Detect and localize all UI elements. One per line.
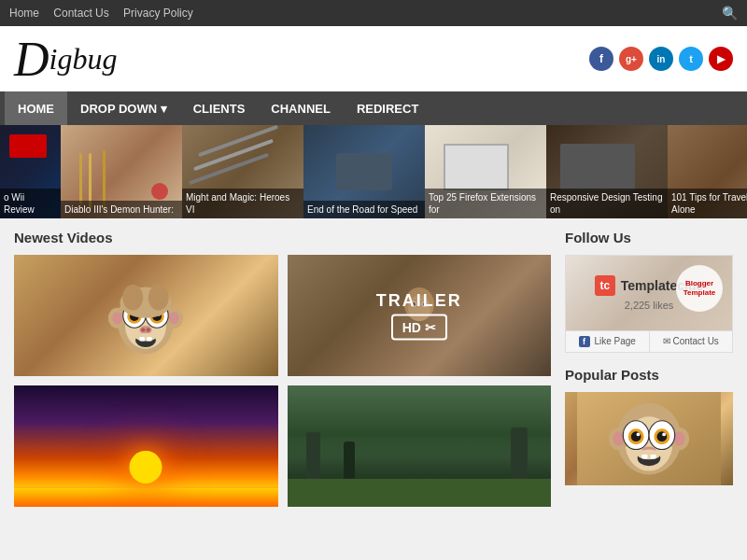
svg-point-15 xyxy=(141,328,145,331)
twitter-icon[interactable]: t xyxy=(679,47,703,71)
slide-item[interactable]: Top 25 Firefox Extensions for xyxy=(425,125,546,218)
newest-videos-title: Newest Videos xyxy=(14,230,551,245)
topbar: Home Contact Us Privacy Policy 🔍 xyxy=(0,0,747,26)
svg-point-16 xyxy=(147,328,150,331)
follow-us-title: Follow Us xyxy=(565,230,733,245)
video-thumb-3[interactable] xyxy=(14,385,278,507)
slide-item[interactable]: 101 Tips for Travelling Alone xyxy=(668,125,747,218)
search-icon[interactable]: 🔍 xyxy=(722,6,738,21)
slide-item[interactable]: o Wii Review xyxy=(0,125,61,218)
slide-item[interactable]: Diablo III's Demon Hunter: xyxy=(61,125,182,218)
logo-text: igbug xyxy=(49,42,118,77)
facebook-icon[interactable]: f xyxy=(589,47,613,71)
video-grid: TRAILER HD ✂ xyxy=(14,255,551,507)
svg-point-22 xyxy=(123,285,144,311)
svg-rect-19 xyxy=(140,337,146,341)
google-plus-icon[interactable]: g+ xyxy=(619,47,643,71)
slide-item[interactable]: Responsive Design Testing on xyxy=(546,125,668,218)
topbar-links: Home Contact Us Privacy Policy xyxy=(9,7,204,20)
trailer-hd-badge: HD ✂ xyxy=(391,315,447,341)
svg-rect-20 xyxy=(147,337,152,341)
nav-clients[interactable]: CLIENTS xyxy=(180,91,259,125)
svg-point-23 xyxy=(148,285,169,311)
topbar-privacy-link[interactable]: Privacy Policy xyxy=(123,7,193,20)
tc-logo-icon: tc xyxy=(595,275,615,296)
main-content: Newest Videos xyxy=(0,218,747,518)
sidebar: Follow Us tc Templateclue 2,225 likes Bl… xyxy=(565,230,733,507)
slide-label: Responsive Design Testing on xyxy=(546,189,668,218)
topbar-home-link[interactable]: Home xyxy=(9,7,39,20)
popular-post-thumb[interactable] xyxy=(565,392,733,485)
follow-us-box: tc Templateclue 2,225 likes BloggerTempl… xyxy=(565,255,733,353)
like-page-button[interactable]: f Like Page xyxy=(566,331,650,352)
video-thumb-1[interactable] xyxy=(14,255,278,376)
svg-point-49 xyxy=(638,450,661,460)
nav-redirect[interactable]: REDIRECT xyxy=(344,91,431,125)
trailer-badge: TRAILER HD ✂ xyxy=(376,291,462,341)
svg-rect-50 xyxy=(641,455,647,459)
slide-label: Top 25 Firefox Extensions for xyxy=(425,189,546,218)
youtube-icon[interactable]: ▶ xyxy=(709,47,733,71)
follow-us-inner: tc Templateclue 2,225 likes BloggerTempl… xyxy=(566,256,732,330)
slide-label: End of the Road for Speed xyxy=(303,201,425,218)
facebook-small-icon: f xyxy=(579,336,590,347)
topbar-contact-link[interactable]: Contact Us xyxy=(53,7,108,20)
svg-point-18 xyxy=(135,333,156,342)
content-area: Newest Videos xyxy=(14,230,551,507)
blogger-badge: BloggerTemplate xyxy=(676,265,723,312)
slide-item[interactable]: End of the Road for Speed xyxy=(303,125,425,218)
linkedin-icon[interactable]: in xyxy=(649,47,673,71)
nav-dropdown[interactable]: DROP DOWN ▾ xyxy=(67,91,180,125)
video-thumb-4[interactable] xyxy=(288,385,552,507)
slide-item[interactable]: Might and Magic: Heroes VI xyxy=(182,125,303,218)
navigation: HOME DROP DOWN ▾ CLIENTS CHANNEL REDIREC… xyxy=(0,91,747,125)
slide-label: Might and Magic: Heroes VI xyxy=(182,189,303,218)
follow-actions: f Like Page ✉ Contact Us xyxy=(566,330,732,352)
video-thumb-2[interactable]: TRAILER HD ✂ xyxy=(288,255,552,376)
svg-point-4 xyxy=(113,312,123,324)
slide-label: 101 Tips for Travelling Alone xyxy=(668,189,747,218)
social-icons: f g+ in t ▶ xyxy=(589,47,733,71)
svg-point-5 xyxy=(169,312,179,324)
svg-point-45 xyxy=(637,432,641,436)
nav-home[interactable]: HOME xyxy=(5,91,67,125)
nav-channel[interactable]: CHANNEL xyxy=(258,91,344,125)
slideshow-strip: o Wii Review Diablo III's Demon Hunter: … xyxy=(0,125,747,218)
logo-d: D xyxy=(14,32,49,87)
svg-point-46 xyxy=(662,432,666,436)
logo[interactable]: Digbug xyxy=(14,32,117,87)
header: Digbug f g+ in t ▶ xyxy=(0,26,747,91)
contact-us-button[interactable]: ✉ Contact Us xyxy=(650,331,733,352)
svg-point-44 xyxy=(656,431,667,441)
svg-rect-51 xyxy=(651,455,656,459)
slide-label: Diablo III's Demon Hunter: xyxy=(61,201,182,218)
popular-posts-title: Popular Posts xyxy=(565,367,733,383)
trailer-text: TRAILER xyxy=(376,291,462,311)
slide-label: o Wii Review xyxy=(0,189,61,218)
svg-point-43 xyxy=(631,431,641,441)
